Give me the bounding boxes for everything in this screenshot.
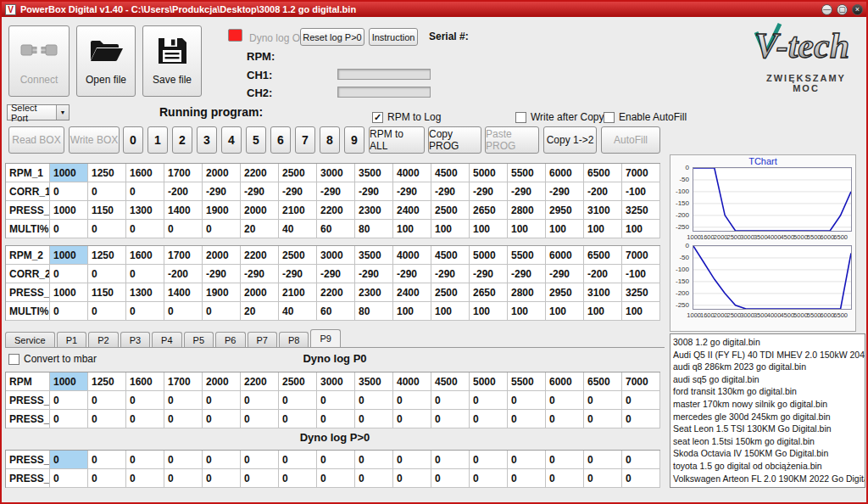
cell-MULTI%-13[interactable]: 100 bbox=[546, 302, 584, 321]
cell-PRESS_1-9[interactable]: 0 bbox=[393, 391, 431, 410]
file-item[interactable]: toyota 1.5 go digital od obciążenia.bin bbox=[673, 460, 862, 473]
cell-RPM_1-8[interactable]: 3500 bbox=[355, 164, 393, 182]
cell-RPM_2-15[interactable]: 7000 bbox=[622, 246, 660, 265]
cell-PRESS_2-9[interactable]: 0 bbox=[393, 469, 431, 488]
cell-PRESS_1-0[interactable]: 0 bbox=[50, 391, 88, 410]
tab-p3[interactable]: P3 bbox=[120, 332, 150, 347]
cell-CORR_2-8[interactable]: -290 bbox=[355, 265, 393, 283]
cell-PRESS_2-15[interactable]: 0 bbox=[622, 410, 660, 428]
cell-CORR_2-11[interactable]: -290 bbox=[470, 265, 508, 283]
cell-MULTI%-13[interactable]: 100 bbox=[546, 220, 584, 238]
cell-PRESS_1-15[interactable]: 0 bbox=[622, 391, 660, 410]
cell-RPM_1-13[interactable]: 6000 bbox=[546, 164, 584, 182]
connect-button[interactable]: Connect bbox=[8, 25, 70, 97]
cell-PRESS_1-9[interactable]: 2400 bbox=[393, 201, 431, 220]
tab-p8[interactable]: P8 bbox=[279, 332, 309, 347]
cell-RPM_2-12[interactable]: 5500 bbox=[508, 246, 546, 265]
cell-CORR_2-10[interactable]: -290 bbox=[431, 265, 470, 283]
cell-PRESS_1-11[interactable]: 0 bbox=[470, 391, 508, 410]
file-item[interactable]: seat leon 1.5tsi 150km go digital.bin bbox=[673, 435, 862, 448]
tab-p4[interactable]: P4 bbox=[152, 332, 181, 347]
cell-CORR_2-6[interactable]: -290 bbox=[279, 265, 317, 283]
digit-button-2[interactable]: 2 bbox=[172, 126, 192, 154]
cell-PRESS_1-8[interactable]: 0 bbox=[355, 391, 393, 410]
cell-CORR_1-11[interactable]: -290 bbox=[470, 182, 508, 201]
cell-MULTI%-10[interactable]: 100 bbox=[431, 302, 470, 321]
cell-MULTI%-6[interactable]: 40 bbox=[279, 220, 317, 238]
cell-MULTI%-8[interactable]: 80 bbox=[355, 302, 393, 321]
file-item[interactable]: Seat Leon 1.5 TSI 130KM Go Digital.bin bbox=[673, 423, 862, 435]
cell-PRESS_2-6[interactable]: 0 bbox=[279, 410, 317, 428]
cell-PRESS_1-11[interactable]: 2650 bbox=[470, 201, 508, 220]
cell-RPM-8[interactable]: 3500 bbox=[355, 372, 393, 391]
cell-RPM_1-6[interactable]: 2500 bbox=[279, 164, 317, 182]
cell-PRESS_2-15[interactable]: 0 bbox=[622, 469, 660, 488]
cell-CORR_1-7[interactable]: -290 bbox=[317, 182, 355, 201]
cell-MULTI%-15[interactable]: 100 bbox=[622, 302, 660, 321]
autofill-button[interactable]: AutoFill bbox=[601, 126, 660, 154]
cell-PRESS_2-10[interactable]: 0 bbox=[431, 469, 470, 488]
cell-PRESS_2-7[interactable]: 0 bbox=[317, 469, 355, 488]
cell-CORR_1-6[interactable]: -290 bbox=[279, 182, 317, 201]
cell-CORR_1-12[interactable]: -290 bbox=[508, 182, 546, 201]
cell-RPM-6[interactable]: 2500 bbox=[279, 372, 317, 391]
cell-PRESS_2-10[interactable]: 0 bbox=[431, 410, 470, 428]
cell-CORR_2-13[interactable]: -290 bbox=[546, 265, 584, 283]
cell-PRESS_2-3[interactable]: 1400 bbox=[164, 283, 203, 302]
cell-PRESS_1-1[interactable]: 0 bbox=[88, 451, 126, 469]
cell-PRESS_1-3[interactable]: 0 bbox=[164, 391, 203, 410]
cell-CORR_2-3[interactable]: -200 bbox=[164, 265, 203, 283]
cell-PRESS_2-12[interactable]: 0 bbox=[508, 469, 546, 488]
cell-PRESS_1-10[interactable]: 0 bbox=[431, 391, 470, 410]
cell-PRESS_1-0[interactable]: 1000 bbox=[50, 201, 88, 220]
cell-PRESS_2-11[interactable]: 0 bbox=[470, 410, 508, 428]
cell-PRESS_1-3[interactable]: 1400 bbox=[164, 201, 203, 220]
cell-PRESS_2-12[interactable]: 0 bbox=[508, 410, 546, 428]
cell-RPM_2-6[interactable]: 2500 bbox=[279, 246, 317, 265]
cell-MULTI%-0[interactable]: 0 bbox=[50, 302, 88, 321]
cell-PRESS_2-6[interactable]: 2100 bbox=[279, 283, 317, 302]
titlebar[interactable]: V PowerBox Digital v1.40 - C:\Users\Prod… bbox=[2, 2, 866, 17]
cell-RPM-11[interactable]: 5000 bbox=[470, 372, 508, 391]
cell-MULTI%-11[interactable]: 100 bbox=[470, 302, 508, 321]
tab-p5[interactable]: P5 bbox=[184, 332, 214, 347]
cell-PRESS_2-0[interactable]: 0 bbox=[50, 410, 88, 428]
cell-MULTI%-12[interactable]: 100 bbox=[508, 302, 546, 321]
cell-CORR_1-2[interactable]: 0 bbox=[126, 182, 164, 201]
digit-button-3[interactable]: 3 bbox=[197, 126, 217, 154]
cell-PRESS_1-9[interactable]: 0 bbox=[393, 451, 431, 469]
cell-MULTI%-7[interactable]: 60 bbox=[317, 302, 355, 321]
cell-PRESS_2-1[interactable]: 0 bbox=[88, 410, 126, 428]
cell-PRESS_1-15[interactable]: 0 bbox=[622, 451, 660, 469]
cell-RPM-5[interactable]: 2200 bbox=[241, 372, 279, 391]
digit-button-6[interactable]: 6 bbox=[270, 126, 291, 154]
cell-MULTI%-4[interactable]: 0 bbox=[203, 220, 241, 238]
cell-PRESS_2-2[interactable]: 0 bbox=[126, 469, 164, 488]
cell-RPM_2-3[interactable]: 1700 bbox=[164, 246, 203, 265]
cell-PRESS_2-14[interactable]: 0 bbox=[584, 410, 622, 428]
cell-CORR_2-5[interactable]: -290 bbox=[241, 265, 279, 283]
cell-CORR_2-0[interactable]: 0 bbox=[50, 265, 88, 283]
cell-RPM_2-14[interactable]: 6500 bbox=[584, 246, 622, 265]
cell-PRESS_2-13[interactable]: 0 bbox=[546, 469, 584, 488]
cell-CORR_2-4[interactable]: -290 bbox=[203, 265, 241, 283]
cell-PRESS_1-11[interactable]: 0 bbox=[470, 451, 508, 469]
cell-PRESS_1-8[interactable]: 2300 bbox=[355, 201, 393, 220]
cell-PRESS_1-1[interactable]: 0 bbox=[88, 391, 126, 410]
cell-RPM_2-7[interactable]: 3000 bbox=[317, 246, 355, 265]
cell-RPM_2-0[interactable]: 1000 bbox=[50, 246, 88, 265]
cell-PRESS_1-8[interactable]: 0 bbox=[355, 451, 393, 469]
cell-RPM_2-9[interactable]: 4000 bbox=[393, 246, 431, 265]
cell-MULTI%-9[interactable]: 100 bbox=[393, 302, 431, 321]
cell-PRESS_1-1[interactable]: 1150 bbox=[88, 201, 126, 220]
select-port-dropdown[interactable]: Select Port ▼ bbox=[7, 104, 70, 120]
cell-PRESS_1-13[interactable]: 0 bbox=[546, 451, 584, 469]
cell-CORR_1-3[interactable]: -200 bbox=[164, 182, 203, 201]
cell-PRESS_1-14[interactable]: 0 bbox=[584, 391, 622, 410]
cell-PRESS_2-9[interactable]: 2400 bbox=[393, 283, 431, 302]
cell-RPM_2-2[interactable]: 1600 bbox=[126, 246, 164, 265]
cell-PRESS_2-5[interactable]: 0 bbox=[241, 410, 279, 428]
cell-PRESS_2-3[interactable]: 0 bbox=[164, 410, 203, 428]
cell-CORR_1-0[interactable]: 0 bbox=[50, 182, 88, 201]
cell-PRESS_1-12[interactable]: 0 bbox=[508, 451, 546, 469]
